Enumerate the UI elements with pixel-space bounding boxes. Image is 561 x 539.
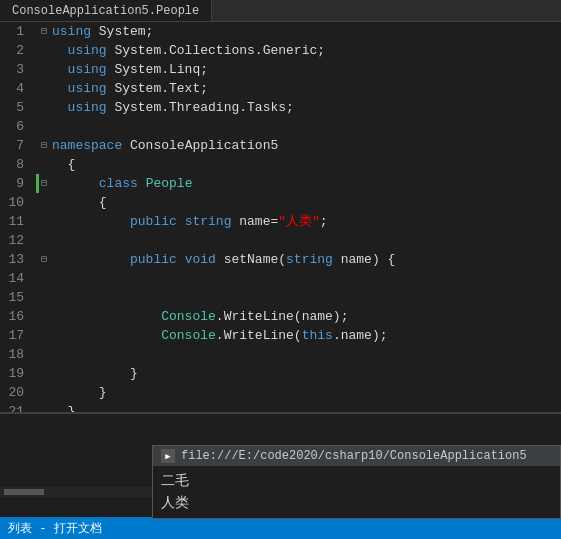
code-token: System.Linq; <box>107 60 208 79</box>
line-number: 1 <box>4 22 24 41</box>
code-token: Console <box>52 307 216 326</box>
line-number: 6 <box>4 117 24 136</box>
code-token: } <box>52 364 138 383</box>
code-token: this <box>302 326 333 345</box>
popup-titlebar: ▶ file:///E:/code2020/csharp10/ConsoleAp… <box>153 446 560 466</box>
line-number: 7 <box>4 136 24 155</box>
code-token: class <box>52 174 138 193</box>
line-number: 11 <box>4 212 24 231</box>
code-token: namespace <box>52 136 122 155</box>
bottom-panel: ▶ file:///E:/code2020/csharp10/ConsoleAp… <box>0 412 561 519</box>
code-content[interactable]: ⊟using System; using System.Collections.… <box>32 22 561 412</box>
code-line: } <box>36 402 561 412</box>
line-number: 13 <box>4 250 24 269</box>
line-number: 20 <box>4 383 24 402</box>
popup-icon: ▶ <box>161 449 175 463</box>
code-line: ⊟ public void setName(string name) { <box>36 250 561 269</box>
scrollbar-thumb[interactable] <box>4 489 44 495</box>
code-line: { <box>36 193 561 212</box>
fold-icon[interactable]: ⊟ <box>36 22 52 41</box>
code-line: { <box>36 155 561 174</box>
code-token: System.Threading.Tasks; <box>107 98 294 117</box>
code-line <box>36 231 561 250</box>
code-line: using System.Threading.Tasks; <box>36 98 561 117</box>
code-token: void <box>177 250 216 269</box>
code-token: ConsoleApplication5 <box>122 136 278 155</box>
code-token: string <box>177 212 232 231</box>
code-line <box>36 269 561 288</box>
code-token: System.Collections.Generic; <box>107 41 325 60</box>
line-numbers: 12345678910111213141516171819202122 <box>0 22 32 412</box>
line-number: 16 <box>4 307 24 326</box>
code-line: Console.WriteLine(this.name); <box>36 326 561 345</box>
code-line: } <box>36 364 561 383</box>
code-token: } <box>52 383 107 402</box>
code-line: public string name="人类"; <box>36 212 561 231</box>
popup-body: 二毛人类 <box>153 466 560 518</box>
popup-line: 人类 <box>161 492 552 514</box>
code-line: ⊟namespace ConsoleApplication5 <box>36 136 561 155</box>
code-line <box>36 345 561 364</box>
code-line: ⊟using System; <box>36 22 561 41</box>
code-token: using <box>52 60 107 79</box>
code-line: using System.Text; <box>36 79 561 98</box>
popup-line: 二毛 <box>161 470 552 492</box>
code-line: using System.Collections.Generic; <box>36 41 561 60</box>
line-number: 8 <box>4 155 24 174</box>
code-token: using <box>52 79 107 98</box>
code-line: Console.WriteLine(name); <box>36 307 561 326</box>
tab-label: ConsoleApplication5.People <box>12 4 199 18</box>
popup-title: file:///E:/code2020/csharp10/ConsoleAppl… <box>181 449 527 463</box>
code-token: .name); <box>333 326 388 345</box>
tab-people[interactable]: ConsoleApplication5.People <box>0 0 212 21</box>
line-number: 10 <box>4 193 24 212</box>
horizontal-scrollbar[interactable] <box>0 487 152 497</box>
breakpoint-indicator <box>36 174 39 193</box>
code-token: People <box>138 174 193 193</box>
tab-bar: ConsoleApplication5.People <box>0 0 561 22</box>
line-number: 9 <box>4 174 24 193</box>
code-token: using <box>52 22 91 41</box>
code-token: { <box>52 155 75 174</box>
code-token: public <box>52 212 177 231</box>
code-token: string <box>286 250 333 269</box>
code-token: System.Text; <box>107 79 208 98</box>
line-number: 3 <box>4 60 24 79</box>
line-number: 17 <box>4 326 24 345</box>
status-bar: 列表 - 打开文档 <box>0 517 561 539</box>
code-line: ⊟ class People <box>36 174 561 193</box>
code-token: setName( <box>216 250 286 269</box>
code-token: System; <box>91 22 153 41</box>
popup-window: ▶ file:///E:/code2020/csharp10/ConsoleAp… <box>152 445 561 519</box>
line-number: 2 <box>4 41 24 60</box>
line-number: 12 <box>4 231 24 250</box>
line-number: 18 <box>4 345 24 364</box>
line-number: 15 <box>4 288 24 307</box>
code-token: } <box>52 402 75 412</box>
status-text: 列表 - 打开文档 <box>8 520 102 537</box>
code-token: name= <box>231 212 278 231</box>
code-token: name) { <box>333 250 395 269</box>
line-number: 19 <box>4 364 24 383</box>
code-token: using <box>52 98 107 117</box>
line-number: 5 <box>4 98 24 117</box>
code-token: { <box>52 193 107 212</box>
code-token: .WriteLine(name); <box>216 307 349 326</box>
code-line: } <box>36 383 561 402</box>
editor-area: 12345678910111213141516171819202122 ⊟usi… <box>0 22 561 412</box>
fold-icon[interactable]: ⊟ <box>36 136 52 155</box>
code-token: "人类" <box>278 212 320 231</box>
line-number: 4 <box>4 79 24 98</box>
code-token: using <box>52 41 107 60</box>
code-token: .WriteLine( <box>216 326 302 345</box>
code-line: using System.Linq; <box>36 60 561 79</box>
code-line <box>36 288 561 307</box>
code-token: Console <box>52 326 216 345</box>
fold-icon[interactable]: ⊟ <box>36 250 52 269</box>
code-token: public <box>52 250 177 269</box>
line-number: 14 <box>4 269 24 288</box>
code-token: ; <box>320 212 328 231</box>
code-line <box>36 117 561 136</box>
